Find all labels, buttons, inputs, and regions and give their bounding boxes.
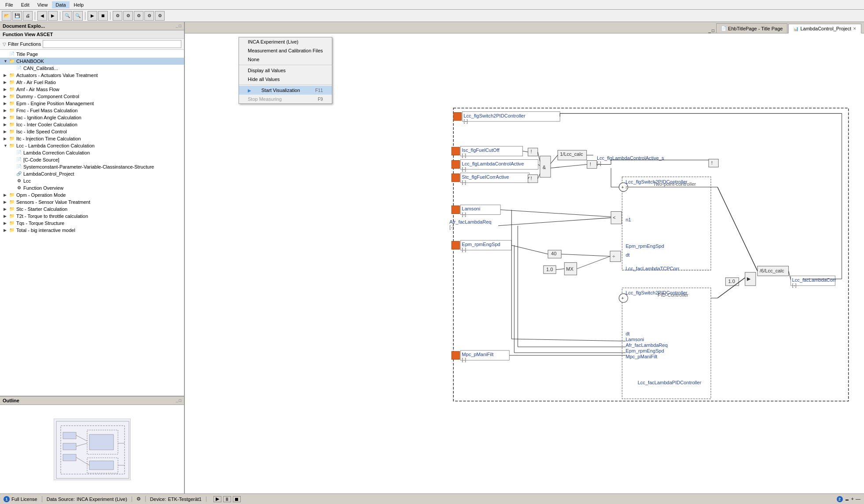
tree-item-12[interactable]: ▶📁Itc - Injection Time Calculation xyxy=(0,135,184,142)
tree-item-label-11: Isc - Idle Speed Control xyxy=(16,129,67,134)
tree-item-10[interactable]: ▶📁Icc - Inter Cooler Calculation xyxy=(0,121,184,128)
tree-item-11[interactable]: ▶📁Isc - Idle Speed Control xyxy=(0,128,184,135)
menu-item-stop-measuring[interactable]: Stop Measuring F9 xyxy=(239,95,332,103)
status-full-license: Full License xyxy=(11,497,37,502)
toolbar-zoom-in[interactable]: 🔍 xyxy=(63,11,72,21)
menu-data[interactable]: Data xyxy=(52,1,69,8)
func-view-title: Function View ASCET xyxy=(0,30,184,39)
status-stop-btn[interactable]: ⏹ xyxy=(233,496,241,502)
tree-item-23[interactable]: ▶📁T2t - Torque to throttle calculation xyxy=(0,213,184,220)
tree-item-6[interactable]: ▶📁Dummy - Component Control xyxy=(0,93,184,100)
tree-item-22[interactable]: ▶📁Stc - Starter Calculation xyxy=(0,206,184,213)
toolbar-btn4[interactable]: ⚙ xyxy=(144,11,154,21)
tree-item-label-20: Opm - Operation Mode xyxy=(16,192,66,198)
svg-text:dt: dt xyxy=(625,252,629,258)
svg-rect-46 xyxy=(709,159,718,167)
tab-close-lambda[interactable]: ✕ xyxy=(853,26,857,31)
menu-item-stop-measuring-label: Stop Measuring xyxy=(248,96,282,102)
svg-rect-6 xyxy=(89,434,114,450)
tree-item-25[interactable]: ▶📁Total - big interactive model xyxy=(0,227,184,234)
svg-text:&: & xyxy=(543,165,546,170)
svg-rect-4 xyxy=(63,454,76,461)
toolbar-btn5[interactable]: ⚙ xyxy=(155,11,165,21)
panel-minimize[interactable]: _ xyxy=(176,24,178,28)
toolbar-btn3[interactable]: ⚙ xyxy=(134,11,143,21)
tree-item-label-14: Lambda Correction Calculation xyxy=(23,150,90,155)
tree-item-5[interactable]: ▶📁Amf - Air Mass Flow xyxy=(0,86,184,93)
tree-item-9[interactable]: ▶📁Iac - Ignition Angle Calculation xyxy=(0,114,184,121)
svg-rect-36 xyxy=(528,148,538,156)
tree-item-1[interactable]: ▼📁CHANBOOK xyxy=(0,58,184,65)
tree-item-14[interactable]: 📄Lambda Correction Calculation xyxy=(0,149,184,156)
tree-item-label-23: T2t - Torque to throttle calculation xyxy=(16,213,88,219)
toolbar-print[interactable]: 🖨 xyxy=(23,11,33,21)
menu-item-measurement[interactable]: Measurement and Calibration Files xyxy=(239,46,332,55)
tree-item-7[interactable]: ▶📁Epm - Engine Position Management xyxy=(0,100,184,107)
svg-text:[-]: [-] xyxy=(462,212,466,217)
svg-text:<: < xyxy=(613,215,615,220)
filter-input[interactable] xyxy=(43,40,181,48)
svg-rect-3 xyxy=(63,443,76,450)
svg-text:Lamsoni: Lamsoni xyxy=(625,337,644,342)
outline-panel: Outline _ □ xyxy=(0,397,184,493)
svg-rect-20 xyxy=(453,113,461,121)
tree-item-17[interactable]: 🔗LambdaControl_Project xyxy=(0,170,184,177)
toolbar-btn2[interactable]: ⚙ xyxy=(123,11,133,21)
tab-bar-minimize[interactable]: _ xyxy=(708,28,711,33)
tree-item-24[interactable]: ▶📁Tqs - Torque Structure xyxy=(0,220,184,227)
tree-item-label-9: Iac - Ignition Angle Calculation xyxy=(16,115,81,120)
tree-item-18[interactable]: ⚙Lcc xyxy=(0,177,184,184)
panel-maximize[interactable]: □ xyxy=(179,24,181,28)
toolbar-run[interactable]: ▶ xyxy=(88,11,97,21)
menu-item-display-all[interactable]: Display all Values xyxy=(239,66,332,75)
tree-item-3[interactable]: ▶📁Actuators - Actuators Value Treatment xyxy=(0,72,184,79)
tree-item-4[interactable]: ▶📁Afr - Air Fuel Ratio xyxy=(0,79,184,86)
tab-label-lambda: LambdaControl_Project xyxy=(800,26,851,31)
menu-item-inca[interactable]: INCA Experiment (Live) xyxy=(239,37,332,46)
menu-file[interactable]: File xyxy=(2,1,17,8)
tab-bar-maximize[interactable]: □ xyxy=(712,28,714,33)
svg-text:[-]: [-] xyxy=(462,180,466,185)
menu-item-hide-all[interactable]: Hide all Values xyxy=(239,75,332,84)
menu-view[interactable]: View xyxy=(34,1,51,8)
tab-title-page[interactable]: 📄 EhbTitlePage - Title Page xyxy=(716,23,787,33)
tree-item-15[interactable]: 📄[C-Code Source] xyxy=(0,156,184,163)
menu-help[interactable]: Help xyxy=(70,1,88,8)
tree-item-13[interactable]: ▼📁Lcc - Lambda Correction Calculation xyxy=(0,142,184,149)
tree-item-21[interactable]: ▶📁Sensors - Sensor Value Treatment xyxy=(0,199,184,206)
toolbar-forward[interactable]: ▶ xyxy=(48,11,58,21)
tree-item-19[interactable]: ⚙Function Overview xyxy=(0,184,184,191)
toolbar-save[interactable]: 💾 xyxy=(12,11,22,21)
tree-item-20[interactable]: ▶📁Opm - Operation Mode xyxy=(0,191,184,199)
menu-item-start-viz[interactable]: ▶ Start Visualization F11 xyxy=(239,86,332,95)
svg-text:Lcc_flgSwitch2PIDController: Lcc_flgSwitch2PIDController xyxy=(625,290,688,295)
tree-item-8[interactable]: ▶📁Fmc - Fuel Mass Calculation xyxy=(0,107,184,114)
toolbar-back[interactable]: ◀ xyxy=(37,11,47,21)
outline-maximize[interactable]: □ xyxy=(179,398,181,403)
tree-item-label-7: Epm - Engine Position Management xyxy=(16,101,94,106)
tree-item-label-13: Lcc - Lambda Correction Calculation xyxy=(16,143,95,148)
status-pause-btn[interactable]: ⏸ xyxy=(223,496,231,502)
tree-item-2[interactable]: 📄CAN_Calibrati... xyxy=(0,65,184,72)
diagram-area[interactable]: Two-point-controller PID-Controller Lcc_… xyxy=(185,33,864,493)
tree-item-label-18: Lcc xyxy=(23,178,31,184)
tree-item-0[interactable]: 📄Title Page xyxy=(0,51,184,58)
outline-minimize[interactable]: _ xyxy=(176,398,178,403)
toolbar-open[interactable]: 📂 xyxy=(2,11,11,21)
status-play-btn[interactable]: ▶ xyxy=(213,496,221,502)
svg-text:!: ! xyxy=(531,176,532,181)
svg-rect-56 xyxy=(452,206,460,213)
svg-text:Lcc_facLambdaTCPCorr: Lcc_facLambdaTCPCorr xyxy=(625,266,679,271)
status-data-source-label: Data Source: xyxy=(47,497,75,502)
tree-item-16[interactable]: 📄Systemconstant-Parameter-Variable-Class… xyxy=(0,163,184,170)
toolbar-stop[interactable]: ⏹ xyxy=(98,11,108,21)
status-segment-1: 1 Full License xyxy=(4,496,42,502)
menu-item-none[interactable]: None xyxy=(239,55,332,64)
svg-text:Afr_facLambdaReq: Afr_facLambdaReq xyxy=(449,219,491,224)
menu-edit[interactable]: Edit xyxy=(18,1,33,8)
svg-text:Lcc_flgLambdaControlActive: Lcc_flgLambdaControlActive xyxy=(462,161,524,166)
tree-view: 📄Title Page▼📁CHANBOOK📄CAN_Calibrati...▶📁… xyxy=(0,50,184,396)
toolbar-btn1[interactable]: ⚙ xyxy=(113,11,122,21)
tab-lambda-control[interactable]: 📊 LambdaControl_Project ✕ xyxy=(788,24,861,33)
toolbar-zoom-out[interactable]: 🔍 xyxy=(73,11,83,21)
